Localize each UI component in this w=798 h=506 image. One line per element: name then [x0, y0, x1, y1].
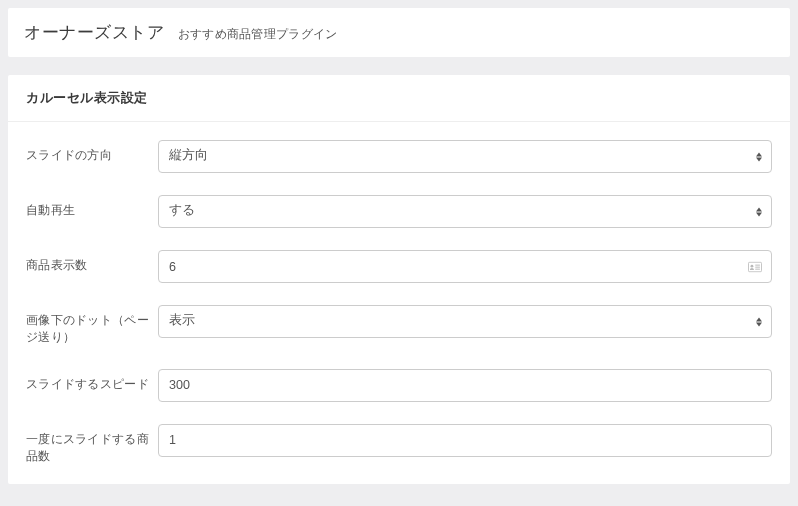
control-slide-direction: 縦方向: [158, 140, 772, 173]
select-autoplay[interactable]: する: [158, 195, 772, 228]
label-slide-direction: スライドの方向: [26, 140, 158, 164]
row-slide-direction: スライドの方向 縦方向: [26, 140, 772, 173]
row-speed: スライドするスピード: [26, 369, 772, 402]
row-dots: 画像下のドット（ページ送り） 表示: [26, 305, 772, 347]
panel-heading: カルーセル表示設定: [8, 75, 790, 122]
input-slides-to-scroll[interactable]: [158, 424, 772, 457]
page-title: オーナーズストア: [24, 21, 164, 44]
label-slides-to-scroll: 一度にスライドする商品数: [26, 424, 158, 466]
page-subtitle: おすすめ商品管理プラグイン: [178, 26, 338, 43]
row-item-count: 商品表示数: [26, 250, 772, 283]
label-autoplay: 自動再生: [26, 195, 158, 219]
input-item-count[interactable]: [158, 250, 772, 283]
page-header: オーナーズストア おすすめ商品管理プラグイン: [8, 8, 790, 57]
settings-panel: カルーセル表示設定 スライドの方向 縦方向 自動再生 する 商品表示数: [8, 75, 790, 484]
control-item-count: [158, 250, 772, 283]
label-speed: スライドするスピード: [26, 369, 158, 393]
input-speed[interactable]: [158, 369, 772, 402]
control-autoplay: する: [158, 195, 772, 228]
select-slide-direction[interactable]: 縦方向: [158, 140, 772, 173]
label-item-count: 商品表示数: [26, 250, 158, 274]
control-slides-to-scroll: [158, 424, 772, 457]
select-dots[interactable]: 表示: [158, 305, 772, 338]
panel-body: スライドの方向 縦方向 自動再生 する 商品表示数: [8, 122, 790, 484]
row-autoplay: 自動再生 する: [26, 195, 772, 228]
row-slides-to-scroll: 一度にスライドする商品数: [26, 424, 772, 466]
label-dots: 画像下のドット（ページ送り）: [26, 305, 158, 347]
control-dots: 表示: [158, 305, 772, 338]
control-speed: [158, 369, 772, 402]
